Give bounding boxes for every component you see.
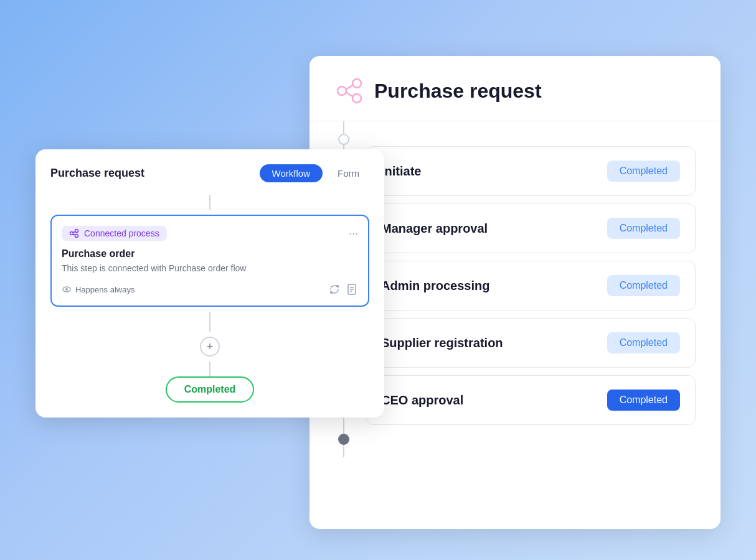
happens-always: Happens always — [62, 284, 135, 294]
svg-line-4 — [346, 92, 352, 96]
svg-point-1 — [352, 79, 361, 88]
svg-point-7 — [75, 235, 78, 238]
connector-line-bottom2 — [209, 362, 210, 376]
timeline-item-label-ceo: CEO approval — [381, 393, 463, 408]
document-icon[interactable] — [346, 283, 358, 296]
timeline-item-label-admin: Admin processing — [381, 279, 489, 293]
completed-pill[interactable]: Completed — [166, 376, 255, 403]
card-description: This step is connected with Purchase ord… — [62, 263, 358, 273]
completed-badge-supplier[interactable]: Completed — [607, 332, 680, 353]
svg-line-9 — [73, 234, 75, 235]
completed-badge-manager[interactable]: Completed — [607, 218, 680, 239]
connected-process-badge: Connected process — [62, 226, 167, 241]
svg-point-6 — [75, 230, 78, 233]
connector-line-top — [209, 195, 210, 210]
svg-line-3 — [346, 85, 352, 90]
left-panel: Purchase request Workflow Form — [35, 149, 384, 418]
timeline-item-label-initiate: Initiate — [381, 164, 421, 179]
happens-always-label: Happens always — [75, 285, 135, 294]
right-panel-header: Purchase request — [309, 56, 721, 121]
completed-badge-initiate[interactable]: Completed — [607, 161, 680, 182]
left-panel-header: Purchase request Workflow Form — [50, 164, 369, 182]
refresh-icon[interactable] — [328, 283, 341, 296]
tab-form[interactable]: Form — [328, 164, 369, 182]
connector-bottom: + Completed — [50, 312, 369, 403]
connected-process-badge-text: Connected process — [84, 228, 159, 238]
timeline: Initiate Completed Manager approval Comp… — [334, 121, 696, 457]
timeline-item-ceo-approval: CEO approval Completed — [366, 375, 696, 425]
workflow-connector-top — [50, 195, 369, 210]
page-title: Purchase request — [374, 80, 542, 103]
tab-workflow[interactable]: Workflow — [260, 164, 323, 182]
completed-badge-admin[interactable]: Completed — [607, 275, 680, 296]
svg-line-8 — [73, 231, 75, 233]
connector-line-bottom — [209, 312, 210, 332]
eye-icon — [62, 284, 72, 294]
timeline-item-initiate: Initiate Completed — [366, 146, 696, 196]
add-step-button[interactable]: + — [200, 337, 220, 357]
connected-process-icon — [69, 228, 79, 238]
timeline-item-supplier-registration: Supplier registration Completed — [366, 318, 696, 368]
timeline-item-label-supplier: Supplier registration — [381, 336, 503, 350]
svg-point-0 — [338, 86, 346, 95]
timeline-items: Initiate Completed Manager approval Comp… — [366, 134, 696, 445]
timeline-item-admin-processing: Admin processing Completed — [366, 261, 696, 310]
workflow-icon — [334, 76, 364, 106]
completed-badge-ceo[interactable]: Completed — [607, 390, 680, 411]
card-title: Purchase order — [62, 248, 358, 259]
timeline-dot-bottom — [338, 434, 349, 445]
more-options-button[interactable]: ··· — [349, 227, 358, 240]
card-footer-icons — [328, 283, 358, 296]
timeline-item-manager-approval: Manager approval Completed — [366, 203, 696, 253]
timeline-item-label-manager: Manager approval — [381, 222, 488, 236]
left-panel-title: Purchase request — [50, 167, 144, 180]
connected-process-card: Connected process ··· Purchase order Thi… — [50, 215, 369, 307]
timeline-dot-top — [338, 134, 349, 145]
svg-point-2 — [352, 94, 361, 103]
tabs: Workflow Form — [260, 164, 369, 182]
svg-point-11 — [65, 288, 68, 291]
card-footer: Happens always — [62, 283, 358, 296]
svg-point-5 — [70, 232, 73, 235]
card-header: Connected process ··· — [62, 226, 358, 241]
